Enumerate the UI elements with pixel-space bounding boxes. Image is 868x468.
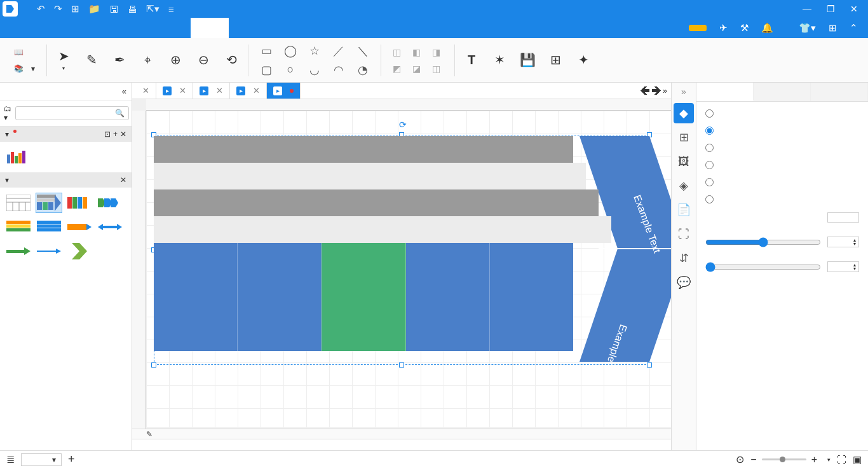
shape-roundrect[interactable]: ▢: [257, 62, 275, 78]
vc-thumb-10[interactable]: [36, 241, 62, 261]
menu-symbols[interactable]: [191, 18, 229, 38]
vc-col-0[interactable]: [154, 243, 238, 351]
grid-panel-icon[interactable]: ⊞: [674, 127, 694, 148]
eyedropper-icon[interactable]: ✎: [146, 430, 153, 439]
shape-arc2[interactable]: ◠: [330, 62, 348, 78]
text-tool[interactable]: T: [458, 52, 485, 69]
resize-handle[interactable]: [399, 362, 404, 368]
outline-view-icon[interactable]: ≣: [6, 453, 15, 465]
export-icon[interactable]: ⇱▾: [146, 3, 159, 15]
vc-col-4[interactable]: [490, 243, 573, 351]
tab-overflow-icon[interactable]: »: [663, 86, 667, 95]
close-tab-icon[interactable]: ✕: [142, 86, 149, 95]
tab-prev-icon[interactable]: 🡸: [640, 85, 650, 97]
collapse-libraries-icon[interactable]: «: [122, 86, 126, 96]
shade-slider[interactable]: [705, 237, 821, 247]
save-icon[interactable]: 🖫: [109, 4, 119, 15]
open-icon[interactable]: 📁: [88, 3, 100, 15]
add-page-button[interactable]: +: [68, 453, 75, 466]
new-icon[interactable]: ⊞: [71, 3, 79, 15]
save-symbol-button[interactable]: 💾: [513, 52, 541, 69]
send-icon[interactable]: ✈: [719, 22, 728, 34]
my-library-header[interactable]: ▾ ⊡ + ✕: [0, 127, 132, 142]
doc-tab-1[interactable]: ▸✕: [156, 83, 193, 99]
value-chain-header[interactable]: ▾ ✕: [0, 172, 132, 188]
vc-col-1[interactable]: [238, 243, 322, 351]
collapse-ribbon-icon[interactable]: ⌃: [850, 22, 858, 34]
vc-row-3[interactable]: [154, 216, 611, 243]
picture-fill-radio[interactable]: [705, 195, 859, 203]
pencil-tool[interactable]: ✎: [78, 52, 105, 69]
menu-home[interactable]: [38, 18, 76, 38]
undo-icon[interactable]: ↶: [37, 3, 45, 15]
vc-col-2[interactable]: [322, 243, 405, 351]
shape-rect[interactable]: ▭: [257, 43, 275, 59]
menu-view[interactable]: [153, 18, 191, 38]
transparency-slider[interactable]: [705, 262, 821, 272]
page-selector[interactable]: ▾: [21, 453, 62, 466]
menu-page-layout[interactable]: [114, 18, 153, 38]
shade-value[interactable]: ▴▾: [827, 237, 859, 247]
close-button[interactable]: ✕: [850, 4, 858, 14]
resize-panel-icon[interactable]: ⛶: [674, 224, 694, 244]
import-icon[interactable]: ⊡: [104, 130, 111, 139]
vc-thumb-7[interactable]: [66, 217, 93, 237]
doc-tab-4[interactable]: ▸: [267, 83, 301, 99]
add-icon[interactable]: +: [113, 130, 118, 139]
menu-file[interactable]: [0, 18, 38, 38]
transparency-value[interactable]: ▴▾: [827, 261, 859, 272]
pen-tool[interactable]: ✒: [105, 52, 133, 69]
vc-thumb-8[interactable]: [97, 217, 123, 237]
vc-thumb-6[interactable]: [36, 217, 62, 237]
vc-thumb-4[interactable]: [97, 193, 123, 213]
fill-tab[interactable]: [696, 83, 754, 101]
zoom-slider[interactable]: [762, 458, 806, 460]
color-swatch[interactable]: [827, 212, 859, 223]
arrange-panel-icon[interactable]: ⇵: [674, 248, 694, 268]
single-gradient-radio[interactable]: [705, 161, 859, 169]
redo-icon[interactable]: ↷: [54, 3, 62, 15]
fullscreen-icon[interactable]: ▣: [853, 454, 862, 465]
grid-icon[interactable]: ⊞: [829, 22, 837, 34]
print-icon[interactable]: 🖶: [128, 4, 137, 15]
resize-handle[interactable]: [151, 362, 156, 368]
shape-star[interactable]: ☆: [306, 43, 323, 59]
close-tab-icon[interactable]: ✕: [216, 86, 223, 95]
vc-row-0[interactable]: [154, 136, 573, 163]
expand-strip-icon[interactable]: »: [681, 86, 686, 97]
vc-thumb-1[interactable]: [5, 193, 32, 213]
bell-icon[interactable]: 🔔: [761, 22, 773, 34]
library-menu-icon[interactable]: 🗂▾: [4, 104, 11, 122]
menu-insert[interactable]: [76, 18, 114, 38]
shape-line2[interactable]: ＼: [354, 43, 372, 59]
no-fill-radio[interactable]: [705, 109, 859, 118]
add-anchor-tool[interactable]: ⊕: [161, 52, 189, 69]
move-anchor-tool[interactable]: ⌖: [133, 52, 161, 69]
fill-panel-icon[interactable]: ◆: [674, 103, 694, 123]
zoom-out-button[interactable]: −: [750, 454, 756, 465]
shape-arc[interactable]: ◡: [306, 62, 323, 78]
fit-page-icon[interactable]: ⛶: [837, 454, 846, 465]
shape-pie[interactable]: ◔: [354, 62, 372, 78]
zoom-in-button[interactable]: +: [811, 454, 817, 465]
convert-anchor-tool[interactable]: ⟲: [217, 52, 245, 69]
search-icon[interactable]: 🔍: [115, 109, 125, 118]
resize-handle[interactable]: [647, 362, 652, 368]
line-tab[interactable]: [754, 83, 811, 101]
buy-now-button[interactable]: [689, 25, 707, 31]
close-tab-icon[interactable]: ✕: [179, 86, 186, 95]
minimize-button[interactable]: —: [803, 4, 811, 14]
mylib-thumb[interactable]: [5, 147, 32, 167]
shape-line[interactable]: ／: [330, 43, 348, 59]
menu-help[interactable]: [229, 18, 267, 38]
image-panel-icon[interactable]: 🖼: [674, 151, 694, 172]
doc-tab-0[interactable]: ✕: [132, 83, 156, 99]
library-search[interactable]: 🔍: [15, 106, 129, 120]
more-icon[interactable]: ≡: [168, 4, 174, 15]
canvas[interactable]: ⟳ Example Text: [146, 111, 671, 427]
vc-thumb-11[interactable]: [66, 241, 93, 261]
vc-row-1[interactable]: [154, 163, 586, 189]
predefine-libraries-button[interactable]: 📚▾: [10, 62, 39, 76]
vc-thumb-9[interactable]: [5, 241, 32, 261]
comments-panel-icon[interactable]: 💬: [674, 272, 694, 292]
